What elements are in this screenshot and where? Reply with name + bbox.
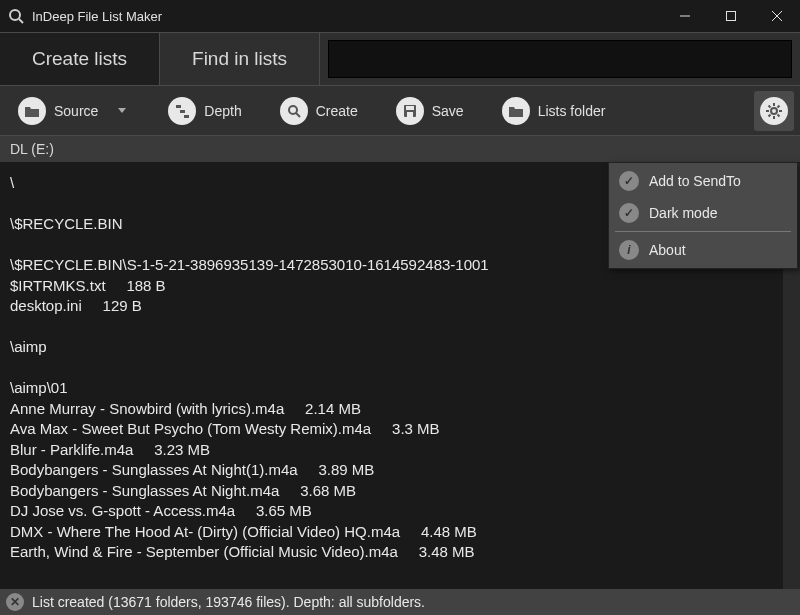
list-line: DMX - Where The Hood At- (Dirty) (Offici… <box>10 522 790 543</box>
status-bar: ✕ List created (13671 folders, 193746 fi… <box>0 589 800 615</box>
close-status-icon[interactable]: ✕ <box>6 593 24 611</box>
list-line: Ava Max - Sweet But Psycho (Tom Westy Re… <box>10 419 790 440</box>
toolbar-label: Create <box>316 103 358 119</box>
list-line: DJ Jose vs. G-spott - Access.m4a 3.65 MB <box>10 501 790 522</box>
toolbar-label: Lists folder <box>538 103 606 119</box>
depth-button[interactable]: Depth <box>160 93 249 129</box>
search-input[interactable] <box>328 40 792 78</box>
svg-point-14 <box>771 108 777 114</box>
list-line: desktop.ini 129 B <box>10 296 790 317</box>
svg-rect-7 <box>180 110 185 113</box>
svg-line-20 <box>778 114 780 116</box>
list-line: Earth, Wind & Fire - September (Official… <box>10 542 790 563</box>
svg-point-9 <box>289 106 297 114</box>
info-icon: i <box>619 240 639 260</box>
settings-menu: ✓ Add to SendTo ✓ Dark mode i About <box>608 162 798 269</box>
close-button[interactable] <box>754 0 800 32</box>
save-button[interactable]: Save <box>388 93 472 129</box>
svg-rect-6 <box>176 105 181 108</box>
menu-item-dark-mode[interactable]: ✓ Dark mode <box>609 197 797 229</box>
minimize-button[interactable] <box>662 0 708 32</box>
search-icon <box>280 97 308 125</box>
svg-rect-13 <box>407 112 413 117</box>
create-button[interactable]: Create <box>272 93 366 129</box>
menu-label: About <box>649 242 686 258</box>
tab-label: Find in lists <box>192 48 287 70</box>
toolbar: Source Depth Create <box>0 86 800 136</box>
menu-label: Dark mode <box>649 205 717 221</box>
list-line: Bodybangers - Sunglasses At Night(1).m4a… <box>10 460 790 481</box>
menu-item-about[interactable]: i About <box>609 234 797 266</box>
tab-create-lists[interactable]: Create lists <box>0 33 160 85</box>
current-path: DL (E:) <box>10 141 54 157</box>
chevron-down-icon[interactable] <box>118 108 126 113</box>
maximize-button[interactable] <box>708 0 754 32</box>
svg-point-0 <box>10 10 20 20</box>
check-icon: ✓ <box>619 203 639 223</box>
svg-rect-3 <box>727 12 736 21</box>
svg-line-1 <box>19 19 23 23</box>
save-icon <box>396 97 424 125</box>
list-line: $IRTRMKS.txt 188 B <box>10 276 790 297</box>
list-line: Anne Murray - Snowbird (with lyrics).m4a… <box>10 399 790 420</box>
svg-line-10 <box>296 113 300 117</box>
svg-line-21 <box>778 105 780 107</box>
svg-rect-8 <box>184 115 189 118</box>
settings-button[interactable] <box>754 91 794 131</box>
app-icon <box>8 8 24 24</box>
gear-icon <box>760 97 788 125</box>
list-line: \aimp\01 <box>10 378 790 399</box>
tab-find-in-lists[interactable]: Find in lists <box>160 33 320 85</box>
tab-label: Create lists <box>32 48 127 70</box>
menu-label: Add to SendTo <box>649 173 741 189</box>
depth-icon <box>168 97 196 125</box>
folder-icon <box>502 97 530 125</box>
svg-rect-12 <box>406 106 414 110</box>
svg-line-22 <box>769 114 771 116</box>
tab-bar: Create lists Find in lists <box>0 32 800 86</box>
menu-separator <box>615 231 791 232</box>
menu-item-add-sendto[interactable]: ✓ Add to SendTo <box>609 165 797 197</box>
toolbar-label: Depth <box>204 103 241 119</box>
source-button[interactable]: Source <box>10 93 106 129</box>
check-icon: ✓ <box>619 171 639 191</box>
list-line: Bodybangers - Sunglasses At Night.m4a 3.… <box>10 481 790 502</box>
title-bar: InDeep File List Maker <box>0 0 800 32</box>
path-bar: DL (E:) <box>0 136 800 162</box>
lists-folder-button[interactable]: Lists folder <box>494 93 614 129</box>
list-line: Blur - Parklife.m4a 3.23 MB <box>10 440 790 461</box>
status-text: List created (13671 folders, 193746 file… <box>32 594 425 610</box>
window-title: InDeep File List Maker <box>32 9 662 24</box>
folder-icon <box>18 97 46 125</box>
toolbar-label: Save <box>432 103 464 119</box>
list-line: \aimp <box>10 337 790 358</box>
toolbar-label: Source <box>54 103 98 119</box>
svg-line-19 <box>769 105 771 107</box>
list-line <box>10 358 790 379</box>
list-line <box>10 317 790 338</box>
